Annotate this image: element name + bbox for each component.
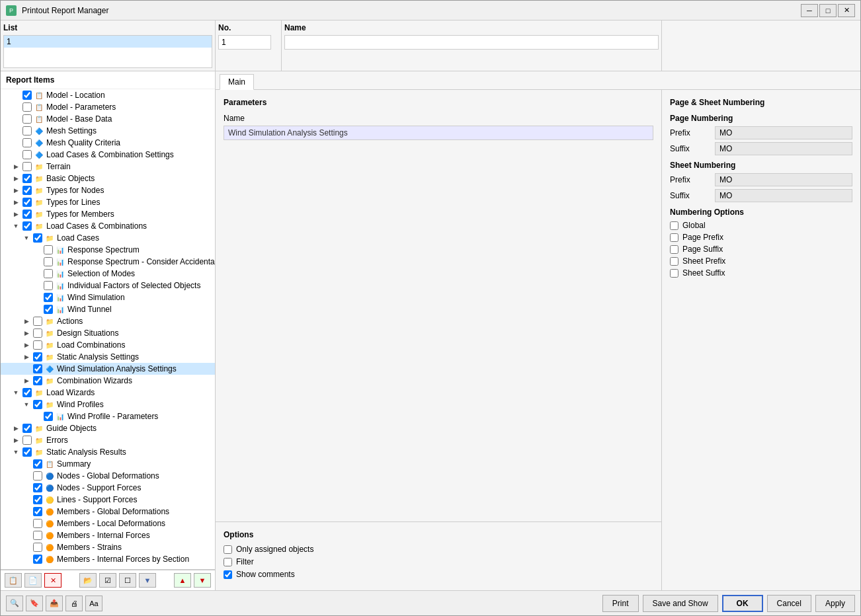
tree-item-basic-objects[interactable]: ▶ 📁 Basic Objects	[1, 173, 215, 184]
cb-load-wizards[interactable]	[22, 388, 32, 397]
cb-types-lines[interactable]	[22, 198, 32, 207]
cb-num-global[interactable]	[670, 221, 678, 230]
cb-show-comments[interactable]	[224, 570, 232, 579]
cb-members-strains[interactable]	[33, 543, 42, 552]
tree-item-nodes-support-forces[interactable]: 🔵 Nodes - Support Forces	[1, 482, 215, 494]
tree-item-combination-wizards[interactable]: ▶ 📁 Combination Wizards	[1, 375, 215, 387]
tree-item-members-strains[interactable]: 🟠 Members - Strains	[1, 541, 215, 553]
delete-list-button[interactable]: ✕	[44, 573, 62, 588]
cb-errors[interactable]	[22, 436, 32, 445]
cb-wind-profile-params[interactable]	[44, 412, 53, 421]
tree-item-guide-objects[interactable]: ▶ 📁 Guide Objects	[1, 422, 215, 434]
cb-members-local-def[interactable]	[33, 519, 42, 528]
tree-item-lc-combo-settings[interactable]: 🔷 Load Cases & Combination Settings	[1, 149, 215, 161]
expander-terrain[interactable]: ▶	[11, 162, 20, 171]
cb-response-spectrum[interactable]	[44, 245, 53, 254]
filter-button[interactable]: ▼	[139, 573, 156, 588]
expander-load-combinations[interactable]: ▶	[22, 340, 31, 350]
tree-item-rs-accidental[interactable]: 📊 Response Spectrum - Consider Accidenta…	[1, 256, 215, 268]
cb-nodes-global-def[interactable]	[33, 471, 42, 481]
cb-basic-objects[interactable]	[22, 174, 32, 183]
copy-list-button[interactable]: 📋	[5, 573, 22, 588]
expander-types-lines[interactable]: ▶	[11, 198, 20, 207]
cb-combination-wizards[interactable]	[33, 376, 42, 385]
cancel-button[interactable]: Cancel	[767, 595, 811, 612]
expander-static-analysis-results[interactable]: ▼	[11, 447, 20, 457]
tree-item-actions[interactable]: ▶ 📁 Actions	[1, 315, 215, 327]
print-settings-button[interactable]: 🖨	[65, 596, 83, 611]
tree-item-response-spectrum[interactable]: 📊 Response Spectrum	[1, 244, 215, 256]
tree-item-static-analysis-settings[interactable]: ▶ 📁 Static Analysis Settings	[1, 351, 215, 363]
tree-item-static-analysis-results[interactable]: ▼ 📁 Static Analysis Results	[1, 446, 215, 458]
tree-item-wind-profiles[interactable]: ▼ 📁 Wind Profiles	[1, 399, 215, 410]
tree-item-model-base-data[interactable]: 📋 Model - Base Data	[1, 113, 215, 125]
cb-members-internal-forces[interactable]	[33, 531, 42, 540]
cb-members-internal-by-section[interactable]	[33, 555, 42, 564]
tree-item-members-internal-by-section[interactable]: 🟠 Members - Internal Forces by Section	[1, 553, 215, 565]
ok-button[interactable]: OK	[722, 595, 763, 612]
expander-guide-objects[interactable]: ▶	[11, 424, 20, 433]
expander-combination-wizards[interactable]: ▶	[22, 376, 31, 385]
cb-static-analysis-results[interactable]	[22, 447, 32, 457]
close-button[interactable]: ✕	[838, 4, 855, 17]
new-list-button[interactable]: 📄	[24, 573, 42, 588]
bookmark-button[interactable]: 🔖	[26, 596, 43, 611]
apply-button[interactable]: Apply	[815, 595, 855, 612]
tree-item-types-lines[interactable]: ▶ 📁 Types for Lines	[1, 196, 215, 208]
move-down-button[interactable]: ▼	[194, 573, 211, 588]
minimize-button[interactable]: ─	[801, 4, 818, 17]
cb-types-nodes[interactable]	[22, 186, 32, 195]
cb-num-page-prefix[interactable]	[670, 233, 678, 242]
tree-item-load-wizards[interactable]: ▼ 📁 Load Wizards	[1, 387, 215, 399]
uncheck-all-button[interactable]: ☐	[119, 573, 136, 588]
tree-item-design-situations[interactable]: ▶ 📁 Design Situations	[1, 327, 215, 339]
cb-mesh-quality[interactable]	[22, 138, 32, 147]
tree-item-selection-modes[interactable]: 📊 Selection of Modes	[1, 268, 215, 280]
maximize-button[interactable]: □	[819, 4, 837, 17]
cb-actions[interactable]	[33, 317, 42, 326]
cb-design-situations[interactable]	[33, 328, 42, 338]
cb-load-combinations[interactable]	[33, 340, 42, 350]
cb-rs-accidental[interactable]	[44, 257, 53, 266]
tree-item-lines-support-forces[interactable]: 🟡 Lines - Support Forces	[1, 494, 215, 506]
cb-lc-combo-settings[interactable]	[22, 150, 32, 159]
cb-wind-simulation-analysis[interactable]	[33, 364, 42, 373]
cb-types-members[interactable]	[22, 210, 32, 219]
open-button[interactable]: 🔍	[6, 596, 23, 611]
expand-all-button[interactable]: 📂	[79, 573, 97, 588]
cb-load-cases-combos[interactable]	[22, 221, 32, 231]
language-button[interactable]: Aa	[85, 596, 102, 611]
tree-item-summary[interactable]: 📋 Summary	[1, 458, 215, 470]
export-button[interactable]: 📤	[46, 596, 63, 611]
tree-item-model-location[interactable]: 📋 Model - Location	[1, 89, 215, 101]
move-up-button[interactable]: ▲	[174, 573, 191, 588]
tree-item-mesh-quality[interactable]: 🔷 Mesh Quality Criteria	[1, 137, 215, 149]
expander-basic-objects[interactable]: ▶	[11, 174, 20, 183]
expander-load-cases-combos[interactable]: ▼	[11, 221, 20, 231]
expander-types-members[interactable]: ▶	[11, 210, 20, 219]
tree-item-model-parameters[interactable]: 📋 Model - Parameters	[1, 101, 215, 113]
tree-item-types-members[interactable]: ▶ 📁 Types for Members	[1, 208, 215, 220]
expander-errors[interactable]: ▶	[11, 436, 20, 445]
tab-main[interactable]: Main	[220, 74, 254, 90]
cb-only-assigned[interactable]	[224, 545, 232, 554]
tree-item-members-local-def[interactable]: 🟠 Members - Local Deformations	[1, 518, 215, 529]
cb-load-cases[interactable]	[33, 233, 42, 243]
expander-types-nodes[interactable]: ▶	[11, 186, 20, 195]
cb-summary[interactable]	[33, 459, 42, 469]
cb-lines-support-forces[interactable]	[33, 495, 42, 504]
expander-static-analysis-settings[interactable]: ▶	[22, 352, 31, 362]
cb-num-sheet-prefix[interactable]	[670, 257, 678, 266]
cb-num-sheet-suffix[interactable]	[670, 269, 678, 278]
cb-terrain[interactable]	[22, 162, 32, 171]
tree-item-wind-simulation-lc[interactable]: 📊 Wind Simulation	[1, 291, 215, 303]
cb-selection-modes[interactable]	[44, 269, 53, 278]
expander-load-cases[interactable]: ▼	[22, 233, 31, 243]
tree-item-wind-simulation-analysis[interactable]: 🔷 Wind Simulation Analysis Settings	[1, 363, 215, 375]
cb-wind-tunnel[interactable]	[44, 305, 53, 314]
cb-model-location[interactable]	[22, 91, 32, 100]
number-input[interactable]	[218, 35, 271, 50]
name-input[interactable]	[284, 35, 659, 50]
cb-guide-objects[interactable]	[22, 424, 32, 433]
cb-mesh-settings[interactable]	[22, 126, 32, 135]
